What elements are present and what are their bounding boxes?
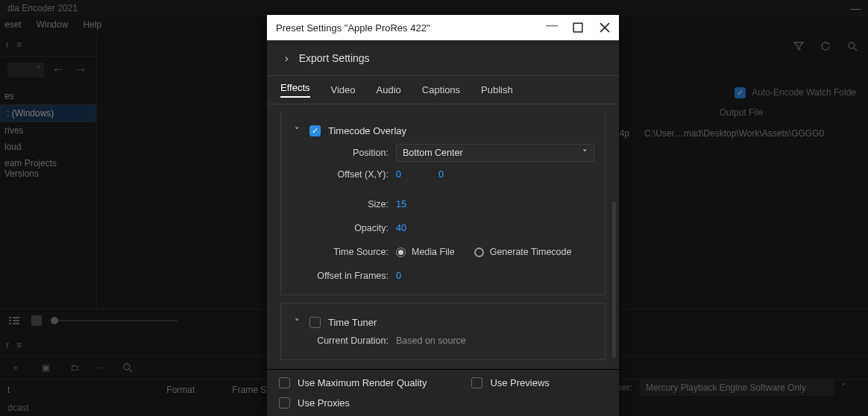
timecode-overlay-label: Timecode Overlay bbox=[328, 125, 406, 136]
use-proxies[interactable]: Use Proxies bbox=[279, 397, 607, 409]
renderer-select[interactable]: Mercury Playback Engine Software Only bbox=[640, 379, 834, 396]
time-tuner-group[interactable]: ˅ Time Tuner bbox=[292, 317, 594, 328]
tree-item[interactable]: loud bbox=[0, 139, 96, 155]
radio-label: Media File bbox=[412, 247, 455, 257]
opacity-label: Opacity: bbox=[292, 223, 396, 233]
radio-icon bbox=[396, 248, 406, 257]
use-max-render-quality[interactable]: Use Maximum Render Quality bbox=[279, 377, 427, 388]
checkbox-label: Use Proxies bbox=[298, 397, 350, 409]
search-icon[interactable] bbox=[119, 359, 136, 376]
panel-menu-icon[interactable]: ≡ bbox=[16, 340, 22, 350]
svg-rect-5 bbox=[13, 320, 19, 321]
svg-line-9 bbox=[129, 369, 132, 372]
tab-video[interactable]: Video bbox=[331, 84, 356, 95]
checkbox-label: Use Maximum Render Quality bbox=[298, 377, 427, 388]
back-icon[interactable]: 🡐 bbox=[50, 62, 66, 78]
svg-rect-6 bbox=[9, 323, 11, 324]
search-icon[interactable] bbox=[844, 38, 861, 54]
menu-help[interactable]: Help bbox=[83, 19, 101, 30]
svg-rect-4 bbox=[9, 320, 11, 321]
current-duration-value: Based on source bbox=[396, 335, 466, 346]
tab-effects[interactable]: Effects bbox=[280, 82, 310, 98]
refresh-icon[interactable] bbox=[817, 38, 834, 54]
offset-x-input[interactable]: 0 bbox=[396, 169, 401, 180]
export-settings-label: Export Settings bbox=[299, 52, 370, 64]
window-minimize-icon[interactable]: — bbox=[546, 22, 556, 33]
svg-rect-7 bbox=[13, 323, 19, 324]
offset-y-input[interactable]: 0 bbox=[438, 169, 444, 180]
preset-settings-dialog: Preset Settings "Apple ProRes 422" — › E… bbox=[267, 15, 619, 416]
svg-rect-2 bbox=[9, 317, 11, 318]
chevron-down-icon: ˅ bbox=[292, 317, 302, 328]
funnel-icon[interactable] bbox=[790, 38, 807, 54]
dialog-title: Preset Settings "Apple ProRes 422" bbox=[276, 22, 546, 34]
window-close-icon[interactable] bbox=[600, 22, 610, 33]
offset-xy-label: Offset (X,Y): bbox=[292, 169, 396, 180]
output-path[interactable]: C:\User…mad\Desktop\Work\Assets\GGGG0 bbox=[644, 128, 868, 139]
menu-preset[interactable]: eset bbox=[4, 19, 22, 30]
app-title: dia Encoder 2021 bbox=[7, 3, 78, 13]
svg-rect-3 bbox=[13, 317, 19, 318]
tab-captions[interactable]: Captions bbox=[422, 84, 460, 95]
chevron-down-icon: ˅ bbox=[582, 148, 588, 159]
time-source-media-radio[interactable]: Media File bbox=[396, 247, 455, 257]
position-select[interactable]: Bottom Center ˅ bbox=[396, 144, 594, 162]
svg-point-0 bbox=[849, 42, 855, 48]
opacity-input[interactable]: 40 bbox=[396, 223, 406, 233]
timecode-overlay-group[interactable]: ˅ ✓ Timecode Overlay bbox=[292, 125, 594, 136]
export-settings-toggle[interactable]: › Export Settings bbox=[267, 40, 619, 76]
time-source-label: Time Source: bbox=[292, 247, 396, 257]
fps-label: 24p bbox=[614, 128, 644, 139]
offset-frames-label: Offset in Frames: bbox=[292, 271, 396, 281]
time-tuner-label: Time Tuner bbox=[328, 317, 377, 328]
position-label: Position: bbox=[292, 148, 396, 158]
auto-encode-label: Auto-Encode Watch Folde bbox=[752, 87, 856, 98]
forward-icon[interactable]: 🡒 bbox=[72, 62, 89, 78]
tab-audio[interactable]: Audio bbox=[377, 84, 401, 95]
folder-icon[interactable]: 🗀 bbox=[67, 359, 84, 376]
radio-icon bbox=[474, 248, 484, 257]
time-source-generate-radio[interactable]: Generate Timecode bbox=[474, 247, 572, 257]
svg-line-1 bbox=[854, 48, 857, 51]
tab-publish[interactable]: Publish bbox=[481, 84, 513, 95]
time-tuner-checkbox[interactable] bbox=[309, 317, 321, 328]
filter-select[interactable]: ˅ bbox=[7, 63, 44, 78]
current-duration-label: Current Duration: bbox=[292, 335, 396, 346]
radio-label: Generate Timecode bbox=[490, 247, 572, 257]
chevron-down-icon: ˅ bbox=[292, 125, 302, 136]
offset-frames-input[interactable]: 0 bbox=[396, 271, 401, 281]
checkbox-icon bbox=[471, 377, 482, 388]
separator: — bbox=[97, 362, 106, 373]
tree-item[interactable]: es bbox=[0, 88, 96, 104]
position-value: Bottom Center bbox=[403, 148, 463, 158]
auto-encode-checkbox[interactable]: ✓ bbox=[735, 87, 746, 98]
grid-view-icon[interactable] bbox=[28, 312, 45, 329]
list-view-icon[interactable] bbox=[6, 312, 22, 329]
checkbox-icon bbox=[279, 397, 290, 409]
camera-icon[interactable]: ▣ bbox=[37, 359, 54, 376]
checkbox-label: Use Previews bbox=[490, 377, 549, 388]
output-file-header: Output File bbox=[614, 101, 868, 124]
col-format: Format bbox=[166, 385, 195, 395]
chevron-down-icon[interactable]: ˅ bbox=[841, 382, 846, 393]
tree-item[interactable]: : (Windows) bbox=[0, 104, 96, 122]
browser-tree: es : (Windows) rives loud eam Projects V… bbox=[0, 83, 96, 186]
zoom-slider[interactable] bbox=[51, 320, 177, 321]
tree-item[interactable]: rives bbox=[0, 122, 96, 139]
size-label: Size: bbox=[292, 199, 396, 209]
window-minimize-icon[interactable]: — bbox=[850, 2, 861, 14]
svg-rect-10 bbox=[573, 23, 582, 32]
menu-window[interactable]: Window bbox=[37, 19, 69, 30]
scrollbar[interactable] bbox=[612, 201, 616, 358]
chevron-right-icon: › bbox=[285, 52, 289, 64]
timecode-overlay-checkbox[interactable]: ✓ bbox=[309, 125, 321, 136]
tree-item[interactable]: eam Projects Versions bbox=[0, 155, 96, 182]
window-maximize-icon[interactable] bbox=[573, 22, 583, 33]
panel2-title: r bbox=[6, 340, 9, 350]
size-input[interactable]: 15 bbox=[396, 199, 406, 209]
panel1-title: r bbox=[6, 40, 9, 50]
panel-menu-icon[interactable]: ≡ bbox=[16, 40, 22, 50]
add-icon[interactable]: ＋ bbox=[7, 359, 24, 376]
use-previews[interactable]: Use Previews bbox=[471, 377, 549, 388]
checkbox-icon bbox=[279, 377, 290, 388]
